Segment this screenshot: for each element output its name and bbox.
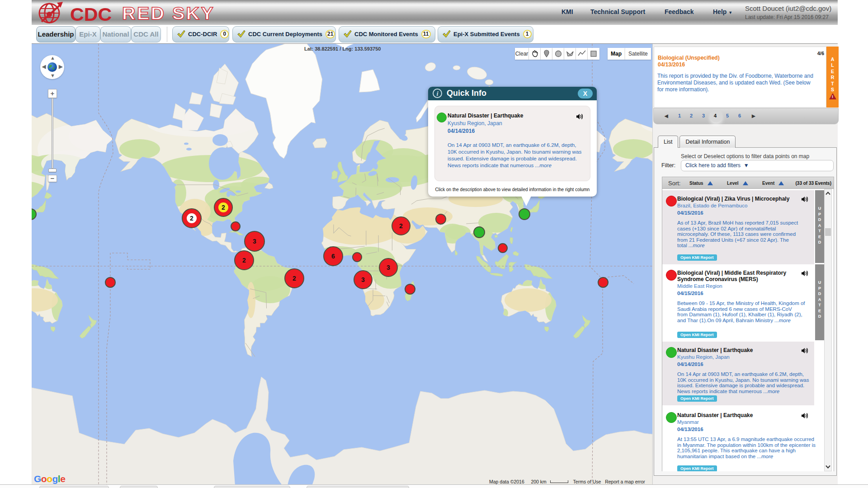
svg-text:6: 6 (331, 253, 335, 260)
svg-text:3: 3 (253, 238, 256, 245)
svg-text:3: 3 (361, 276, 365, 283)
svg-text:2: 2 (292, 275, 296, 282)
svg-text:2: 2 (190, 215, 193, 222)
svg-text:2: 2 (222, 204, 225, 211)
svg-text:3: 3 (387, 264, 390, 271)
svg-text:2: 2 (399, 222, 403, 230)
svg-text:2: 2 (242, 257, 246, 264)
